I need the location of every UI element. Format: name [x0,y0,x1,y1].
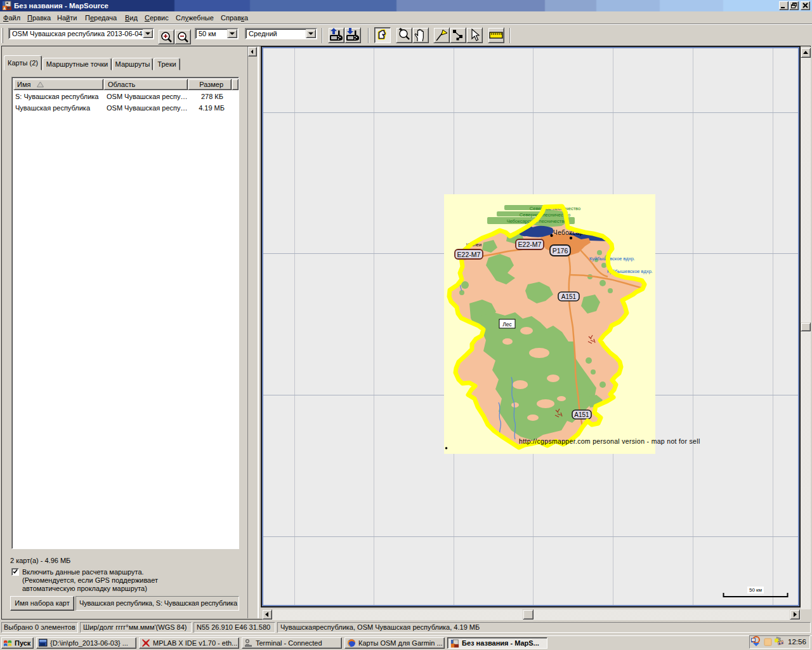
svg-text:A151: A151 [574,411,589,418]
svg-text:P176: P176 [553,247,568,255]
svg-text:Северное лесничество: Северное лесничество [520,212,570,218]
svg-text:Куйбышевское вдхр.: Куйбышевское вдхр. [589,256,635,262]
svg-text:E22-M7: E22-M7 [518,241,542,248]
svg-text:E22-M7: E22-M7 [457,251,481,258]
svg-text:Лес: Лес [502,321,512,328]
svg-text:A151: A151 [561,293,577,300]
